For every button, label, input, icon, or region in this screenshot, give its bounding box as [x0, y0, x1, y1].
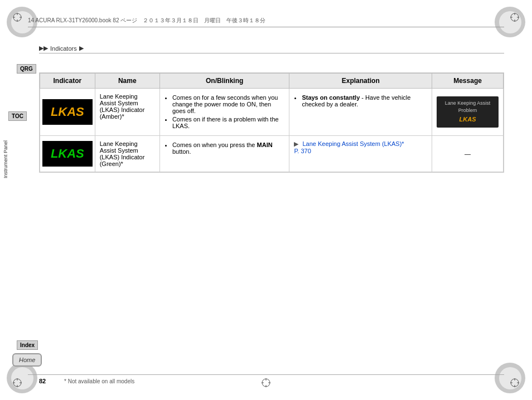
sidebar-instrument-label: Instrument Panel [3, 123, 8, 178]
lkas-amber-indicator: LKAS [42, 99, 93, 125]
breadcrumb-label: Indicators [50, 45, 77, 52]
bottom-divider [28, 374, 504, 375]
breadcrumb: ▶▶ Indicators ▶ [39, 45, 84, 52]
main-bold: MAIN [257, 142, 273, 148]
table-header-row: Indicator Name On/Blinking Explanation M… [40, 74, 504, 89]
col-header-onblinking: On/Blinking [159, 74, 289, 89]
onblinking-amber-item-2: Comes on if there is a problem with the … [172, 116, 284, 129]
crosshair-tr [510, 12, 520, 22]
onblinking-amber-item-1: Comes on for a few seconds when you chan… [172, 94, 284, 114]
col-header-explanation: Explanation [289, 74, 432, 89]
indicator-green-cell: LKAS [40, 136, 95, 172]
message-green-dash: — [465, 150, 471, 157]
sidebar-qrg[interactable]: QRG [17, 64, 36, 74]
home-button[interactable]: Home [12, 353, 42, 367]
onblinking-green-cell: Comes on when you press the MAIN button. [159, 136, 289, 172]
col-header-indicator: Indicator [40, 74, 95, 89]
table-row-green: LKAS Lane Keeping Assist System (LKAS) I… [40, 136, 504, 172]
message-green-cell: — [432, 136, 504, 172]
crosshair-bl [12, 378, 22, 388]
col-header-message: Message [432, 74, 504, 89]
explanation-amber-cell: Stays on constantly - Have the vehicle c… [289, 89, 432, 136]
breadcrumb-divider [39, 53, 504, 53]
explanation-green-page: P. 370 [294, 148, 311, 154]
explanation-green-link[interactable]: Lane Keeping Assist System (LKAS)* [302, 140, 404, 147]
message-amber-cell: Lane Keeping Assist Problem LKAS [432, 89, 504, 136]
crosshair-tl [12, 12, 22, 22]
name-green-cell: Lane Keeping Assist System (LKAS) Indica… [95, 136, 159, 172]
footnote: * Not available on all models [64, 378, 134, 384]
onblinking-amber-cell: Comes on for a few seconds when you chan… [159, 89, 289, 136]
table-row-amber: LKAS Lane Keeping Assist System (LKAS) I… [40, 89, 504, 136]
name-amber-text: Lane Keeping Assist System (LKAS) Indica… [100, 93, 145, 120]
name-amber-cell: Lane Keeping Assist System (LKAS) Indica… [95, 89, 159, 136]
explanation-green-cell: ▶ Lane Keeping Assist System (LKAS)* P. … [289, 136, 432, 172]
page-number: 82 [39, 378, 46, 384]
breadcrumb-arrow2: ▶ [79, 45, 84, 52]
indicators-table: Indicator Name On/Blinking Explanation M… [40, 73, 504, 172]
message-box-amber: Lane Keeping Assist Problem LKAS [437, 96, 499, 128]
main-table-wrapper: Indicator Name On/Blinking Explanation M… [39, 72, 504, 173]
index-button[interactable]: Index [17, 340, 38, 350]
name-green-text: Lane Keeping Assist System (LKAS) Indica… [100, 140, 145, 167]
explanation-amber-item: Stays on constantly - Have the vehicle c… [302, 94, 427, 108]
onblinking-green-item-1: Comes on when you press the MAIN button. [172, 142, 284, 155]
explanation-amber-bold: Stays on constantly [302, 94, 360, 101]
breadcrumb-arrow1: ▶▶ [39, 45, 48, 52]
message-line2: Problem [458, 108, 477, 113]
sidebar-toc[interactable]: TOC [8, 111, 27, 121]
crosshair-bc [261, 378, 271, 388]
explanation-green-icon: ▶ [294, 140, 298, 147]
file-info: 14 ACURA RLX-31TY26000.book 82 ページ ２０１３年… [28, 17, 504, 27]
crosshair-br [510, 378, 520, 388]
lkas-green-indicator: LKAS [42, 141, 93, 167]
message-lkas-label: LKAS [441, 115, 494, 124]
message-line1: Lane Keeping Assist [445, 100, 491, 106]
indicator-amber-cell: LKAS [40, 89, 95, 136]
col-header-name: Name [95, 74, 159, 89]
